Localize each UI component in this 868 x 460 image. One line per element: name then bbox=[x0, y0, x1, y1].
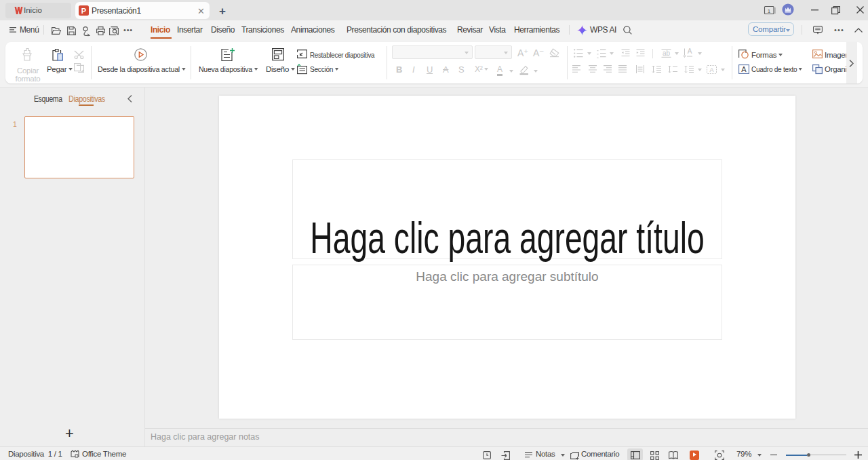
svg-text:A: A bbox=[688, 47, 692, 55]
svg-text:A: A bbox=[709, 66, 713, 73]
svg-text:1: 1 bbox=[768, 8, 771, 14]
svg-text:P: P bbox=[81, 7, 86, 15]
svg-text:ab: ab bbox=[663, 50, 671, 57]
svg-text:A: A bbox=[741, 65, 747, 73]
